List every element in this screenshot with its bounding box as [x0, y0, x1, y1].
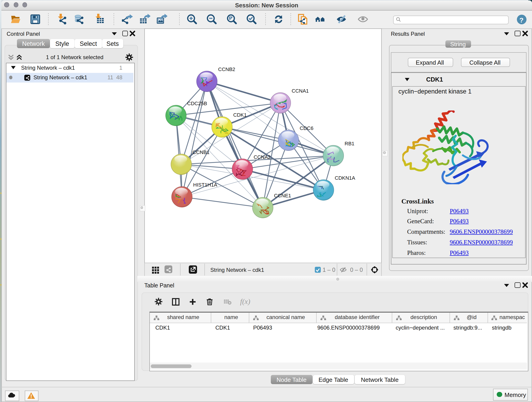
svg-text:CDKN1A: CDKN1A: [335, 175, 355, 181]
svg-text:CCNA1: CCNA1: [292, 88, 309, 94]
svg-text:CDC6: CDC6: [300, 125, 313, 131]
svg-text:HIST1H1A: HIST1H1A: [193, 182, 217, 187]
svg-text:CCNB2: CCNB2: [218, 66, 235, 72]
svg-text:RB1: RB1: [345, 140, 355, 146]
svg-text:CCNB1: CCNB1: [192, 149, 210, 155]
svg-text:CDK1: CDK1: [233, 112, 247, 118]
svg-text:CCNE1: CCNE1: [274, 192, 291, 198]
svg-text:CCNA2: CCNA2: [254, 154, 271, 160]
svg-text:CDC25B: CDC25B: [187, 100, 207, 106]
